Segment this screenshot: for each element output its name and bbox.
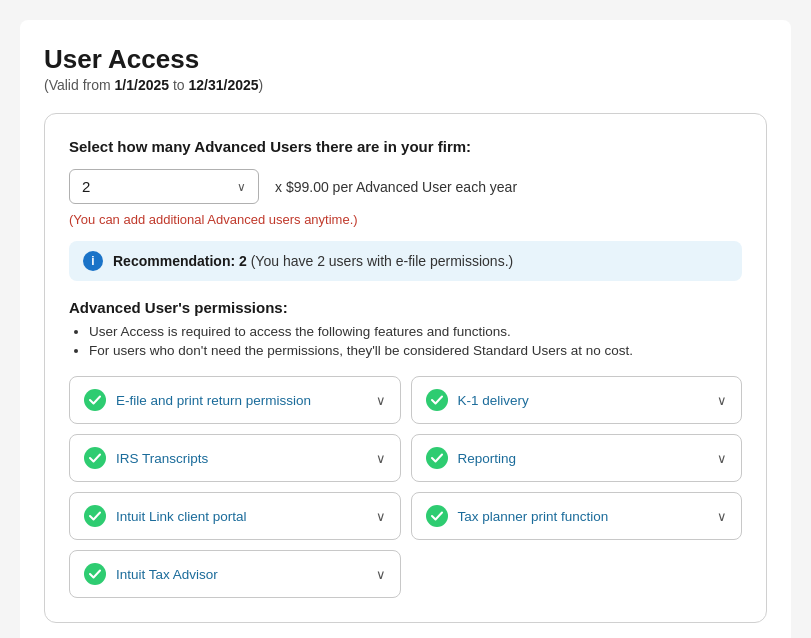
feature-tax-planner-label: Tax planner print function xyxy=(458,509,609,524)
feature-irs-label: IRS Transcripts xyxy=(116,451,208,466)
user-count-row: 2 ∨ x $99.00 per Advanced User each year xyxy=(69,169,742,204)
page-subtitle: (Valid from 1/1/2025 to 12/31/2025) xyxy=(44,77,767,93)
feature-k1[interactable]: K-1 delivery ∨ xyxy=(411,376,743,424)
main-card: Select how many Advanced Users there are… xyxy=(44,113,767,623)
permissions-list: User Access is required to access the fo… xyxy=(69,324,742,358)
feature-intuit-link-left: Intuit Link client portal xyxy=(84,505,247,527)
user-count-dropdown[interactable]: 2 ∨ xyxy=(69,169,259,204)
permissions-bullet-2: For users who don't need the permissions… xyxy=(89,343,742,358)
feature-intuit-link[interactable]: Intuit Link client portal ∨ xyxy=(69,492,401,540)
feature-irs-chevron-icon: ∨ xyxy=(376,451,386,466)
feature-tax-advisor-chevron-icon: ∨ xyxy=(376,567,386,582)
feature-efile-label: E-file and print return permission xyxy=(116,393,311,408)
check-icon-intuit-link xyxy=(84,505,106,527)
recommendation-text: Recommendation: 2 (You have 2 users with… xyxy=(113,253,513,269)
dropdown-value: 2 xyxy=(82,178,90,195)
feature-grid: E-file and print return permission ∨ K-1… xyxy=(69,376,742,540)
recommendation-bold: Recommendation: 2 xyxy=(113,253,247,269)
subtitle-suffix: ) xyxy=(259,77,264,93)
date-to: to xyxy=(169,77,188,93)
feature-k1-label: K-1 delivery xyxy=(458,393,529,408)
recommendation-rest: (You have 2 users with e-file permission… xyxy=(247,253,513,269)
permissions-bullet-1: User Access is required to access the fo… xyxy=(89,324,742,339)
feature-irs[interactable]: IRS Transcripts ∨ xyxy=(69,434,401,482)
feature-tax-planner-left: Tax planner print function xyxy=(426,505,609,527)
feature-tax-planner[interactable]: Tax planner print function ∨ xyxy=(411,492,743,540)
feature-reporting-left: Reporting xyxy=(426,447,517,469)
feature-irs-left: IRS Transcripts xyxy=(84,447,208,469)
permissions-label: Advanced User's permissions: xyxy=(69,299,742,316)
feature-tax-advisor-left: Intuit Tax Advisor xyxy=(84,563,218,585)
check-icon-reporting xyxy=(426,447,448,469)
subtitle-prefix: (Valid from xyxy=(44,77,115,93)
feature-intuit-tax-advisor[interactable]: Intuit Tax Advisor ∨ xyxy=(69,550,401,598)
price-text: x $99.00 per Advanced User each year xyxy=(275,179,517,195)
date-start: 1/1/2025 xyxy=(115,77,170,93)
page-title: User Access xyxy=(44,44,767,75)
feature-tax-planner-chevron-icon: ∨ xyxy=(717,509,727,524)
check-icon-efile xyxy=(84,389,106,411)
page-container: User Access (Valid from 1/1/2025 to 12/3… xyxy=(20,20,791,638)
feature-reporting[interactable]: Reporting ∨ xyxy=(411,434,743,482)
check-icon-k1 xyxy=(426,389,448,411)
feature-k1-chevron-icon: ∨ xyxy=(717,393,727,408)
check-icon-tax-planner xyxy=(426,505,448,527)
feature-reporting-label: Reporting xyxy=(458,451,517,466)
feature-efile[interactable]: E-file and print return permission ∨ xyxy=(69,376,401,424)
check-icon-irs xyxy=(84,447,106,469)
check-icon-tax-advisor xyxy=(84,563,106,585)
add-anytime-text: (You can add additional Advanced users a… xyxy=(69,212,742,227)
feature-intuit-link-chevron-icon: ∨ xyxy=(376,509,386,524)
feature-intuit-link-label: Intuit Link client portal xyxy=(116,509,247,524)
dropdown-chevron-icon: ∨ xyxy=(237,180,246,194)
feature-k1-left: K-1 delivery xyxy=(426,389,529,411)
feature-reporting-chevron-icon: ∨ xyxy=(717,451,727,466)
recommendation-box: i Recommendation: 2 (You have 2 users wi… xyxy=(69,241,742,281)
select-label: Select how many Advanced Users there are… xyxy=(69,138,742,155)
single-row: Intuit Tax Advisor ∨ xyxy=(69,550,742,598)
feature-efile-chevron-icon: ∨ xyxy=(376,393,386,408)
feature-efile-left: E-file and print return permission xyxy=(84,389,311,411)
date-end: 12/31/2025 xyxy=(189,77,259,93)
feature-tax-advisor-label: Intuit Tax Advisor xyxy=(116,567,218,582)
info-icon: i xyxy=(83,251,103,271)
